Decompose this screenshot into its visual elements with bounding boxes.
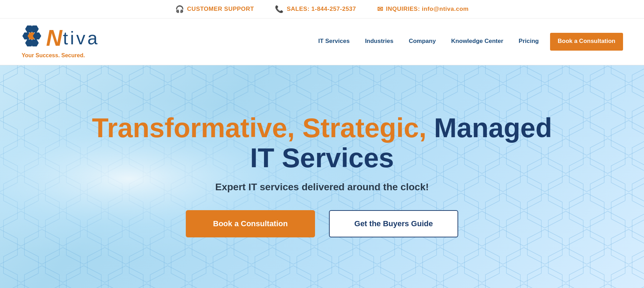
sales-link[interactable]: 📞 SALES: 1-844-257-2537 [275,5,356,13]
logo-n-letter: N [46,27,62,49]
nav-knowledge-center[interactable]: Knowledge Center [444,28,511,56]
logo-graphic: N tiva [21,25,100,51]
buyers-guide-button[interactable]: Get the Buyers Guide [329,210,458,237]
nav-it-services[interactable]: IT Services [310,28,357,56]
inquiries-link[interactable]: ✉ INQUIRIES: info@ntiva.com [377,5,469,13]
nav-links: IT Services Industries Company Knowledge… [310,28,623,56]
inquiries-label: INQUIRIES: info@ntiva.com [386,6,469,13]
top-bar: 🎧 CUSTOMER SUPPORT 📞 SALES: 1-844-257-25… [0,0,644,19]
hero-section: Transformative, Strategic, Managed IT Se… [0,65,644,288]
book-consultation-button[interactable]: Book a Consultation [186,210,315,237]
logo[interactable]: N tiva Your Success. Secured. [21,19,100,65]
hero-buttons: Book a Consultation Get the Buyers Guide [92,210,552,237]
hero-subtitle: Expert IT services delivered around the … [92,182,552,193]
logo-tiva-letters: tiva [63,29,100,47]
header: 🎧 CUSTOMER SUPPORT 📞 SALES: 1-844-257-25… [0,0,644,65]
email-icon: ✉ [377,5,383,13]
tagline-static: Your Success. [22,52,60,58]
nav-industries[interactable]: Industries [357,28,401,56]
hero-title-line1: Transformative, Strategic, Managed [92,113,552,143]
nav-company[interactable]: Company [401,28,443,56]
logo-hex-svg [21,25,45,51]
support-icon: 🎧 [175,5,184,13]
hero-content: Transformative, Strategic, Managed IT Se… [92,113,552,237]
hero-title-dark-managed: Managed [426,112,552,143]
hero-title-orange: Transformative, Strategic, [92,112,426,143]
hero-title-line2: IT Services [92,143,552,173]
logo-tagline: Your Success. Secured. [21,52,85,59]
nav-pricing[interactable]: Pricing [511,28,547,56]
support-label: CUSTOMER SUPPORT [187,6,254,13]
nav-bar: N tiva Your Success. Secured. IT Service… [0,19,644,65]
phone-icon: 📞 [275,5,284,13]
sales-label: SALES: 1-844-257-2537 [287,6,356,13]
customer-support-link[interactable]: 🎧 CUSTOMER SUPPORT [175,5,254,13]
tagline-highlight: Secured. [61,52,85,58]
nav-book-consultation[interactable]: Book a Consultation [550,33,623,51]
